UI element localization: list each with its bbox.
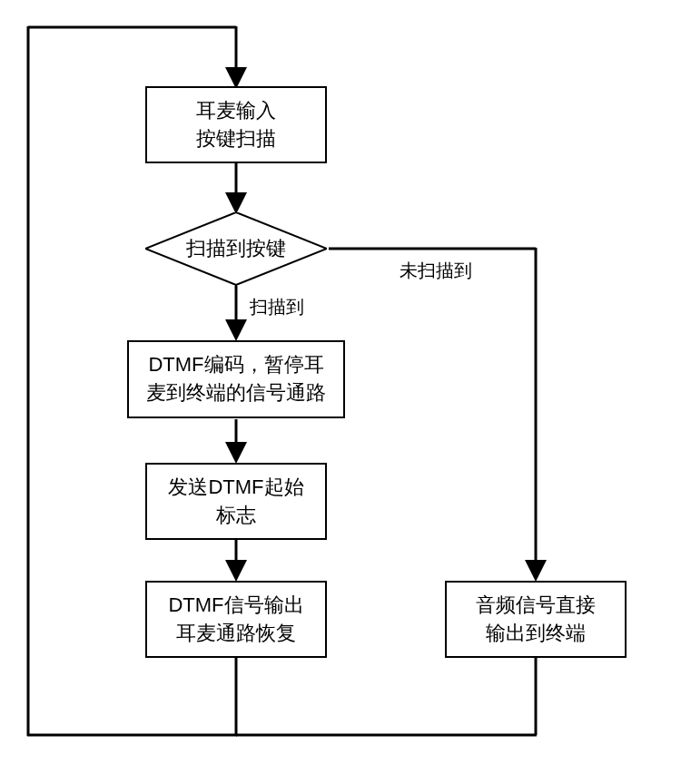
node-text-line: 发送DTMF起始 (168, 474, 303, 502)
node-text-line: 按键扫描 (196, 125, 276, 153)
node-text-line: 耳麦输入 (196, 97, 276, 125)
node-text-line: 音频信号直接 (476, 592, 596, 620)
node-text-line: DTMF编码，暂停耳 (148, 351, 323, 379)
node-send-dtmf-start: 发送DTMF起始 标志 (145, 463, 327, 540)
node-dtmf-encode: DTMF编码，暂停耳 麦到终端的信号通路 (127, 340, 345, 418)
label-not-scanned: 未扫描到 (400, 259, 472, 283)
node-decision-scan-key: 扫描到按键 (145, 212, 327, 285)
node-text-line: 标志 (216, 502, 256, 530)
node-text-line: 输出到终端 (486, 620, 586, 648)
node-audio-direct-output: 音频信号直接 输出到终端 (445, 581, 627, 658)
node-input-scan: 耳麦输入 按键扫描 (145, 86, 327, 163)
node-text-line: 麦到终端的信号通路 (146, 379, 326, 407)
label-scanned: 扫描到 (250, 295, 304, 319)
decision-text: 扫描到按键 (186, 235, 286, 262)
node-dtmf-output-restore: DTMF信号输出 耳麦通路恢复 (145, 581, 327, 658)
node-text-line: DTMF信号输出 (168, 592, 303, 620)
node-text-line: 耳麦通路恢复 (176, 620, 296, 648)
